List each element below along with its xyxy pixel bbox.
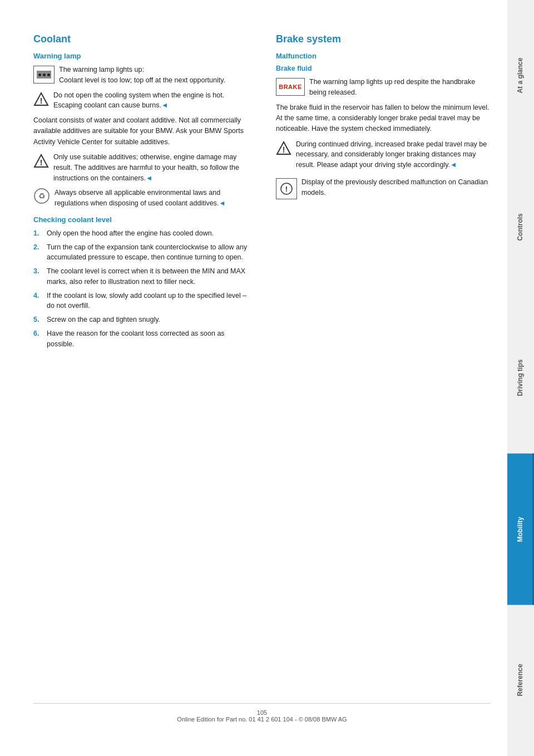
sidebar-tab-label-mobility: Mobility bbox=[516, 517, 524, 542]
brake-caution-text: During continued driving, increased brak… bbox=[296, 139, 491, 170]
recycle-icon: ♻ bbox=[33, 188, 50, 204]
triangle-warning-icon: ! bbox=[33, 91, 49, 107]
checking-coolant-title: Checking coolant level bbox=[33, 215, 248, 224]
coolant-para-1: Coolant consists of water and coolant ad… bbox=[33, 115, 248, 148]
brake-lamp-indicators: BRAKE bbox=[276, 77, 305, 96]
caution-box-3: ♻ Always observe all applicable environm… bbox=[33, 188, 248, 209]
brake-section-title: Brake system bbox=[276, 33, 491, 45]
warning-lamp-box: The warning lamp lights up: Coolant leve… bbox=[33, 65, 248, 86]
step-1: 1. Only open the hood after the engine h… bbox=[33, 228, 248, 239]
caution-box-2: ! Only use suitable additives; otherwise… bbox=[33, 152, 248, 183]
sidebar: At a glance Controls Driving tips Mobili… bbox=[507, 0, 534, 756]
step-2: 2. Turn the cap of the expansion tank co… bbox=[33, 242, 248, 263]
svg-text:♻: ♻ bbox=[38, 192, 46, 200]
canadian-info-text: Display of the previously described malf… bbox=[301, 177, 491, 198]
page-number: 105 bbox=[257, 709, 267, 716]
canadian-info-box: ! Display of the previously described ma… bbox=[276, 177, 491, 199]
sidebar-tab-label-at-a-glance: At a glance bbox=[516, 58, 524, 94]
brake-caution-box: ! During continued driving, increased br… bbox=[276, 139, 491, 170]
warning-lamp-text: The warning lamp lights up: Coolant leve… bbox=[59, 65, 225, 86]
caution-box-1: ! Do not open the cooling system when th… bbox=[33, 90, 248, 111]
brake-fluid-para: The brake fluid in the reservoir has fal… bbox=[276, 102, 491, 135]
step-4: 4. If the coolant is low, slowly add coo… bbox=[33, 291, 248, 312]
info-lamp-icon: ! bbox=[276, 178, 297, 199]
svg-text:!: ! bbox=[40, 158, 43, 167]
info-circle-icon: ! bbox=[280, 182, 293, 195]
caution-text-3: Always observe all applicable environmen… bbox=[55, 188, 248, 209]
sidebar-tab-controls[interactable]: Controls bbox=[507, 151, 534, 303]
sidebar-tab-driving-tips[interactable]: Driving tips bbox=[507, 302, 534, 454]
svg-text:!: ! bbox=[40, 96, 43, 105]
triangle-warning-icon-3: ! bbox=[276, 140, 291, 156]
brake-warning-lamp-box: BRAKE The warning lamp lights up red des… bbox=[276, 77, 491, 98]
left-column: Coolant Warning lamp bbox=[33, 33, 254, 686]
step-6: 6. Have the reason for the coolant loss … bbox=[33, 328, 248, 350]
coolant-section-title: Coolant bbox=[33, 33, 248, 45]
caution-text-2: Only use suitable additives; otherwise, … bbox=[53, 152, 248, 183]
page-footer: 105 Online Edition for Part no. 01 41 2 … bbox=[33, 703, 491, 723]
brake-lamp-icon: BRAKE bbox=[276, 78, 305, 96]
sidebar-tab-label-reference: Reference bbox=[516, 664, 524, 696]
checking-steps-list: 1. Only open the hood after the engine h… bbox=[33, 228, 248, 350]
svg-text:!: ! bbox=[285, 185, 288, 193]
sidebar-tab-reference[interactable]: Reference bbox=[507, 605, 534, 756]
brake-fluid-title: Brake fluid bbox=[276, 65, 491, 72]
brake-lamp-text: The warning lamp lights up red despite t… bbox=[309, 77, 491, 98]
malfunction-title: Malfunction bbox=[276, 52, 491, 60]
caution-text-1: Do not open the cooling system when the … bbox=[53, 90, 248, 111]
footer-text: Online Edition for Part no. 01 41 2 601 … bbox=[177, 716, 347, 723]
sidebar-tab-mobility[interactable]: Mobility bbox=[507, 454, 534, 605]
warning-lamp-title: Warning lamp bbox=[33, 52, 248, 60]
sidebar-tab-label-driving-tips: Driving tips bbox=[516, 360, 524, 396]
coolant-lamp-icon bbox=[33, 66, 55, 84]
triangle-warning-icon-2: ! bbox=[33, 153, 49, 169]
step-5: 5. Screw on the cap and tighten snugly. bbox=[33, 315, 248, 325]
step-3: 3. The coolant level is correct when it … bbox=[33, 266, 248, 287]
svg-text:!: ! bbox=[283, 145, 285, 154]
sidebar-tab-at-a-glance[interactable]: At a glance bbox=[507, 0, 534, 151]
sidebar-tab-label-controls: Controls bbox=[516, 213, 524, 240]
brake-label: BRAKE bbox=[279, 84, 302, 90]
right-column: Brake system Malfunction Brake fluid BRA… bbox=[270, 33, 491, 686]
